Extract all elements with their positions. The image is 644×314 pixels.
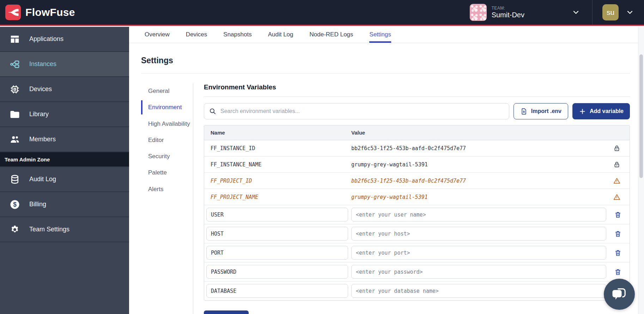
sidebar-item-instances[interactable]: Instances [0,52,129,77]
sidebar-item-applications[interactable]: Applications [0,27,129,52]
tab-snapshots[interactable]: Snapshots [223,27,251,43]
settings-nav-general[interactable]: General [141,84,193,98]
add-variable-label: Add variable [590,108,624,114]
brand-logo[interactable]: FlowFuse [0,5,75,20]
env-name-input[interactable] [206,265,348,279]
env-value-input[interactable] [351,265,606,279]
env-var-row-database [204,282,630,300]
settings-nav-editor[interactable]: Editor [141,133,193,147]
sidebar-item-label: Audit Log [29,176,56,183]
settings-nav-security[interactable]: Security [141,149,193,163]
env-var-name: FF_PROJECT_ID [204,178,351,184]
tab-overview[interactable]: Overview [145,27,170,43]
env-var-row-ff-project-name: FF_PROJECT_NAMEgrumpy-grey-wagtail-5391 [204,189,630,205]
search-icon [209,107,217,115]
delete-variable-button[interactable] [614,211,622,219]
env-variables-table: Name Value FF_INSTANCE_IDbb2f6c53-1f25-4… [204,125,630,301]
env-var-name: FF_PROJECT_NAME [204,194,351,200]
sidebar-item-label: Billing [29,201,46,208]
library-icon [10,109,20,120]
team-name: Sumit-Dev [492,11,524,19]
tab-node-red-logs[interactable]: Node-RED Logs [310,27,353,43]
env-name-input[interactable] [206,208,348,221]
sidebar-item-billing[interactable]: $Billing [0,192,129,217]
settings-nav-alerts[interactable]: Alerts [141,182,193,196]
lock-icon [613,161,621,168]
document-download-icon [520,108,528,115]
delete-variable-button[interactable] [614,268,622,276]
user-menu[interactable]: su [593,0,644,25]
sidebar-item-members[interactable]: Members [0,127,129,152]
sidebar-item-devices[interactable]: Devices [0,77,129,102]
env-var-row-host [204,224,630,243]
main-content: OverviewDevicesSnapshotsAudit LogNode-RE… [129,27,644,314]
env-name-input[interactable] [206,246,348,260]
import-env-button[interactable]: Import .env [514,103,568,119]
row-action-cell [606,211,630,219]
env-value-input[interactable] [351,227,606,241]
members-icon [10,134,20,145]
devices-icon [10,84,20,95]
chevron-down-icon [626,8,634,17]
column-header-value: Value [351,130,604,136]
settings-nav-environment[interactable]: Environment [141,100,193,114]
settings-nav-high-availability[interactable]: High Availability [141,117,193,131]
env-var-name: FF_INSTANCE_ID [204,145,351,152]
sidebar-item-label: Applications [29,35,63,43]
add-variable-button[interactable]: Add variable [572,103,630,119]
team-label: TEAM: [492,6,524,11]
row-status-cell [604,161,630,168]
table-header: Name Value [204,125,630,140]
chat-icon [610,285,628,303]
team-avatar [470,4,487,21]
env-var-row-ff-instance-name: FF_INSTANCE_NAMEgrumpy-grey-wagtail-5391 [204,156,630,173]
sidebar-item-library[interactable]: Library [0,102,129,127]
billing-icon: $ [10,199,20,210]
env-name-input[interactable] [206,227,348,241]
search-input[interactable] [220,108,504,114]
team-selector[interactable]: TEAM: Sumit-Dev [461,0,592,25]
delete-variable-button[interactable] [614,230,622,238]
flowfuse-logo-icon [5,5,21,20]
env-var-row-ff-project-id: FF_PROJECT_IDbb2f6c53-1f25-453b-aafd-0c2… [204,173,630,189]
chat-widget-button[interactable] [604,279,635,310]
title-divider [141,73,630,73]
row-status-cell [604,193,630,201]
settings-subnav: GeneralEnvironmentHigh AvailabilityEdito… [141,83,193,314]
env-var-name: FF_INSTANCE_NAME [204,161,351,168]
env-value-input[interactable] [351,284,606,298]
warning-icon [613,177,621,185]
tab-audit-log[interactable]: Audit Log [268,27,293,43]
env-var-value: bb2f6c53-1f25-453b-aafd-0c2f475d7e77 [351,178,604,184]
env-value-input[interactable] [351,208,606,221]
row-action-cell [606,230,630,238]
sidebar-item-audit-log[interactable]: Audit Log [0,167,129,192]
sidebar-item-team-settings[interactable]: Team Settings [0,217,129,242]
sidebar-item-label: Instances [29,60,56,68]
column-header-name: Name [204,130,351,136]
row-status-cell [604,144,630,152]
env-var-value: grumpy-grey-wagtail-5391 [351,161,604,168]
chevron-down-icon [572,8,580,17]
delete-variable-button[interactable] [614,249,622,257]
page-scrollbar[interactable] [638,27,644,314]
instances-icon [10,59,20,70]
row-action-cell [606,249,630,257]
lock-icon [613,144,621,152]
tab-devices[interactable]: Devices [186,27,207,43]
env-toolbar: Import .env Add variable [204,103,630,119]
tab-settings[interactable]: Settings [369,27,391,43]
env-var-row-password [204,262,630,282]
applications-icon [10,34,20,45]
sidebar-item-label: Library [29,111,49,118]
sidebar-item-label: Team Settings [29,226,69,233]
env-value-input[interactable] [351,246,606,260]
sidebar: ApplicationsInstancesDevicesLibraryMembe… [0,27,129,314]
team-settings-icon [10,224,20,235]
env-name-input[interactable] [206,284,348,298]
settings-nav-palette[interactable]: Palette [141,166,193,179]
save-settings-button[interactable]: Save settings [204,310,249,314]
scrollbar-thumb[interactable] [639,54,643,178]
instance-tabbar: OverviewDevicesSnapshotsAudit LogNode-RE… [129,27,644,43]
row-action-cell [606,268,630,276]
